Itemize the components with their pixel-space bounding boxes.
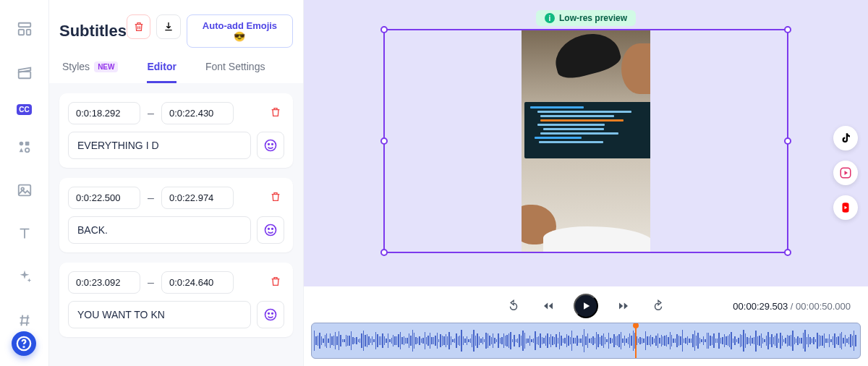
preview-stage: iLow-res preview (304, 0, 868, 366)
subtitle-card: – (59, 178, 293, 252)
end-time-input[interactable] (161, 271, 234, 294)
svg-point-19 (272, 313, 273, 315)
subtitle-text-input[interactable] (68, 301, 251, 328)
svg-point-18 (268, 313, 270, 315)
subtitle-text-input[interactable] (68, 216, 251, 244)
end-time-input[interactable] (161, 102, 234, 124)
delete-subtitle-button[interactable] (267, 103, 284, 123)
share-column (833, 126, 858, 220)
svg-point-12 (268, 144, 270, 145)
svg-point-10 (23, 346, 24, 347)
share-instagram-button[interactable] (833, 161, 858, 185)
selection-frame[interactable] (383, 29, 788, 253)
svg-point-4 (19, 142, 23, 146)
subtitle-card: – (59, 93, 293, 168)
resize-handle[interactable] (784, 137, 791, 145)
subtitle-panel: Subtitles Auto-add Emojis 😎 StylesNEW Ed… (49, 0, 304, 366)
svg-point-11 (265, 140, 276, 151)
delete-subtitle-button[interactable] (267, 273, 284, 292)
tab-font-settings[interactable]: Font Settings (205, 61, 265, 83)
playback-controls: 00:00:29.503 / 00:00:50.000 (304, 286, 868, 366)
tab-styles-label: Styles (62, 61, 90, 72)
emoji-picker-button[interactable] (257, 301, 284, 328)
nav-shapes-icon[interactable] (12, 135, 38, 158)
nav-sparkle-icon[interactable] (12, 265, 38, 289)
tab-styles[interactable]: StylesNEW (62, 61, 118, 83)
download-button[interactable] (156, 14, 181, 39)
share-youtube-button[interactable] (833, 195, 858, 220)
next-button[interactable] (614, 297, 633, 315)
resize-handle[interactable] (784, 26, 791, 33)
svg-rect-7 (18, 185, 30, 196)
delete-subtitle-button[interactable] (267, 188, 284, 208)
waveform (312, 323, 860, 358)
current-time: 00:00:29.503 (733, 301, 788, 312)
dash: – (148, 107, 154, 120)
svg-point-15 (268, 229, 270, 230)
panel-tabs: StylesNEW Editor Font Settings (59, 61, 293, 83)
lowres-badge: iLow-res preview (536, 10, 636, 26)
panel-title: Subtitles (59, 22, 127, 41)
svg-point-14 (265, 225, 276, 236)
timeline-cursor[interactable] (635, 323, 637, 358)
start-time-input[interactable] (68, 102, 140, 124)
play-button[interactable] (574, 294, 598, 318)
nav-image-icon[interactable] (12, 179, 38, 202)
info-icon: i (545, 13, 555, 23)
subtitle-card: – (59, 263, 293, 337)
nav-template-icon[interactable] (12, 17, 38, 41)
end-time-input[interactable] (161, 187, 234, 209)
svg-point-16 (272, 229, 273, 230)
nav-text-icon[interactable] (12, 222, 38, 245)
svg-point-17 (265, 310, 276, 320)
svg-rect-0 (18, 23, 30, 27)
svg-rect-5 (25, 142, 28, 146)
new-badge: NEW (94, 61, 118, 72)
rewind-5s-button[interactable] (504, 297, 523, 315)
emoji-picker-button[interactable] (257, 132, 284, 159)
tab-editor[interactable]: Editor (147, 61, 176, 83)
timecode-sep: / (788, 301, 796, 312)
resize-handle[interactable] (380, 137, 388, 145)
lowres-label: Low-res preview (559, 13, 627, 23)
auto-add-emojis-button[interactable]: Auto-add Emojis 😎 (187, 14, 293, 48)
subtitle-text-input[interactable] (68, 132, 251, 159)
nav-rail: CC (0, 0, 49, 366)
resize-handle[interactable] (380, 249, 388, 256)
nav-clapper-icon[interactable] (12, 61, 38, 84)
dash: – (148, 192, 154, 205)
nav-hashtag-icon[interactable] (12, 309, 38, 332)
svg-rect-2 (26, 30, 30, 35)
start-time-input[interactable] (68, 271, 140, 294)
help-button[interactable] (12, 331, 36, 356)
forward-5s-button[interactable] (649, 297, 668, 315)
resize-handle[interactable] (784, 249, 791, 256)
start-time-input[interactable] (68, 187, 140, 209)
svg-point-13 (272, 144, 273, 145)
prev-button[interactable] (539, 297, 558, 315)
duration: 00:00:50.000 (796, 301, 851, 312)
resize-handle[interactable] (380, 26, 388, 33)
subtitle-list: – – (49, 83, 303, 366)
delete-all-button[interactable] (127, 14, 151, 39)
emoji-picker-button[interactable] (257, 216, 284, 244)
svg-rect-1 (18, 30, 23, 35)
nav-subtitles[interactable]: CC (17, 104, 31, 115)
svg-point-6 (25, 148, 28, 153)
timecode: 00:00:29.503 / 00:00:50.000 (733, 301, 851, 312)
share-tiktok-button[interactable] (833, 126, 858, 150)
dash: – (148, 276, 154, 289)
timeline[interactable] (311, 323, 861, 359)
video-thumbnail[interactable] (522, 30, 650, 252)
preview-canvas[interactable]: iLow-res preview (304, 0, 868, 286)
